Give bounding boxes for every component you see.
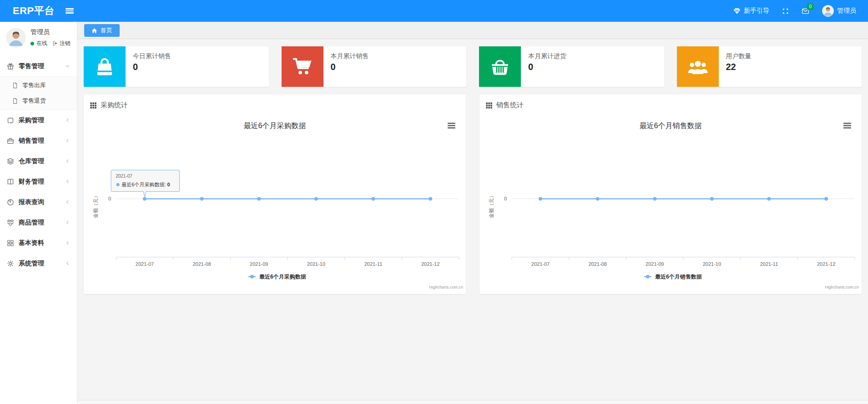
- box-icon: [7, 219, 14, 226]
- gem-icon: [733, 7, 741, 15]
- message-count-badge: 0: [807, 4, 813, 10]
- main-area: 首页 今日累计销售0本月累计销售0本月累计进货0用户数量22 采购统计最近6个月…: [77, 22, 868, 404]
- username-label: 管理员: [837, 7, 856, 15]
- sidebar-subitem-2[interactable]: 零售退货: [0, 93, 77, 109]
- svg-text:2021-08: 2021-08: [192, 261, 211, 267]
- sidebar-item-1[interactable]: 零售管理: [0, 56, 77, 76]
- svg-text:2021-07: 2021-07: [136, 261, 154, 267]
- online-status-label: 在线: [36, 40, 47, 47]
- chevron-left-icon: [65, 219, 71, 225]
- users-icon: [677, 46, 719, 87]
- panel-title: 采购统计: [101, 101, 128, 110]
- sidebar-item-3[interactable]: 销售管理: [0, 130, 77, 151]
- sidebar-item-label: 财务管理: [19, 178, 44, 186]
- chart-legend-item[interactable]: 最近6个月采购数据: [248, 274, 306, 280]
- stat-value: 0: [528, 62, 566, 72]
- grid-icon: [7, 239, 14, 247]
- stat-label: 今日累计销售: [133, 52, 171, 60]
- chart-context-menu-icon[interactable]: [843, 123, 851, 129]
- panel-title: 销售统计: [496, 101, 524, 110]
- sidebar-subitem-label: 零售退货: [22, 97, 46, 105]
- sidebar-item-label: 零售管理: [19, 62, 44, 70]
- svg-text:0: 0: [108, 196, 111, 201]
- file-icon: [12, 82, 18, 89]
- chevron-left-icon: [65, 260, 71, 266]
- gear-icon: [7, 260, 14, 267]
- stat-card-2[interactable]: 本月累计销售0: [282, 46, 467, 87]
- line-chart: 最近6个月采购数据金额（元）02021-072021-082021-092021…: [84, 115, 466, 294]
- stat-value: 0: [133, 62, 171, 72]
- sidebar-item-label: 仓库管理: [19, 157, 44, 165]
- chevron-down-icon: [65, 63, 71, 69]
- svg-text:金额（元）: 金额（元）: [93, 193, 98, 218]
- navbar-right: 新手引导 0 管理员: [733, 5, 856, 17]
- sidebar-item-8[interactable]: 基本资料: [0, 233, 77, 253]
- stat-card-4[interactable]: 用户数量22: [677, 46, 862, 87]
- svg-text:2021-12: 2021-12: [421, 261, 439, 267]
- sidebar-item-label: 销售管理: [19, 137, 44, 145]
- svg-text:2021-09: 2021-09: [646, 261, 664, 267]
- fullscreen-button[interactable]: [782, 8, 789, 15]
- briefcase-icon: [7, 137, 14, 145]
- chart-panel-1: 采购统计最近6个月采购数据金额（元）02021-072021-082021-09…: [84, 95, 466, 294]
- sidebar-item-7[interactable]: 商品管理: [0, 212, 77, 233]
- chart-tooltip: 2021-07最近6个月采购数据: 0: [111, 170, 179, 197]
- gift-icon: [7, 63, 14, 70]
- sidebar-subitem-1[interactable]: 零售出库: [0, 78, 77, 93]
- messages-button[interactable]: 0: [802, 7, 809, 15]
- svg-text:2021-12: 2021-12: [817, 261, 835, 267]
- sidebar-item-label: 商品管理: [19, 219, 44, 227]
- expand-arrows-icon: [782, 8, 789, 15]
- guide-label: 新手引导: [744, 7, 769, 15]
- sidebar-item-label: 采购管理: [19, 116, 44, 125]
- tab-home[interactable]: 首页: [84, 24, 120, 37]
- sidebar-user-name: 管理员: [30, 28, 71, 36]
- avatar: [6, 28, 26, 48]
- chevron-left-icon: [65, 240, 71, 246]
- stat-label: 本月累计销售: [331, 52, 369, 60]
- app-logo: ERP平台: [13, 4, 55, 18]
- stat-card-1[interactable]: 今日累计销售0: [84, 46, 269, 87]
- home-icon: [91, 28, 97, 34]
- sidebar-item-9[interactable]: 系统管理: [0, 253, 77, 274]
- svg-text:2021-08: 2021-08: [588, 261, 606, 267]
- logout-link[interactable]: 注销: [52, 40, 71, 47]
- sidebar-toggle-button[interactable]: [66, 7, 74, 15]
- chart-context-menu-icon[interactable]: [448, 123, 455, 129]
- charts-row: 采购统计最近6个月采购数据金额（元）02021-072021-082021-09…: [84, 95, 862, 294]
- svg-text:最近6个月采购数据: 最近6个月采购数据: [243, 121, 306, 130]
- chevron-left-icon: [65, 138, 71, 144]
- loop-icon: [7, 117, 14, 124]
- svg-text:2021-11: 2021-11: [364, 261, 383, 267]
- stat-label: 本月累计进货: [528, 52, 566, 60]
- sidebar-item-label: 系统管理: [19, 259, 44, 268]
- sidebar-item-6[interactable]: 报表查询: [0, 192, 77, 212]
- chart-legend-item[interactable]: 最近6个月销售数据: [644, 274, 702, 280]
- svg-text:2021-09: 2021-09: [250, 261, 268, 267]
- chevron-left-icon: [65, 179, 71, 185]
- svg-text:金额（元）: 金额（元）: [489, 193, 494, 218]
- sidebar-item-label: 报表查询: [19, 198, 44, 206]
- stat-value: 0: [331, 62, 369, 72]
- sidebar-item-2[interactable]: 采购管理: [0, 110, 77, 130]
- svg-text:2021-10: 2021-10: [307, 261, 325, 267]
- sign-out-icon: [52, 40, 58, 46]
- stat-cards-row: 今日累计销售0本月累计销售0本月累计进货0用户数量22: [84, 46, 862, 87]
- svg-text:最近6个月采购数据: 0: 最近6个月采购数据: 0: [121, 182, 170, 187]
- chevron-left-icon: [65, 158, 71, 164]
- highcharts-credits: Highcharts.com.cn: [429, 285, 463, 289]
- svg-text:2021-07: 2021-07: [531, 261, 550, 267]
- user-menu[interactable]: 管理员: [822, 5, 856, 17]
- sidebar-item-5[interactable]: 财务管理: [0, 171, 77, 192]
- guide-button[interactable]: 新手引导: [733, 7, 769, 15]
- svg-text:最近6个月采购数据: 最近6个月采购数据: [259, 274, 306, 280]
- panel-header: 销售统计: [479, 95, 862, 115]
- sidebar: 管理员 在线 注销 零售管理零售出库零售退货采购管理销售管理仓库管理财务管理报表…: [0, 22, 77, 404]
- online-status-dot: [30, 42, 34, 45]
- stat-card-3[interactable]: 本月累计进货0: [479, 46, 664, 87]
- horizontal-scrollbar[interactable]: [77, 400, 868, 404]
- sidebar-item-4[interactable]: 仓库管理: [0, 151, 77, 171]
- chart-panel-2: 销售统计最近6个月销售数据金额（元）02021-072021-082021-09…: [479, 95, 862, 294]
- panel-header: 采购统计: [84, 95, 466, 115]
- th-grid-icon: [90, 102, 96, 109]
